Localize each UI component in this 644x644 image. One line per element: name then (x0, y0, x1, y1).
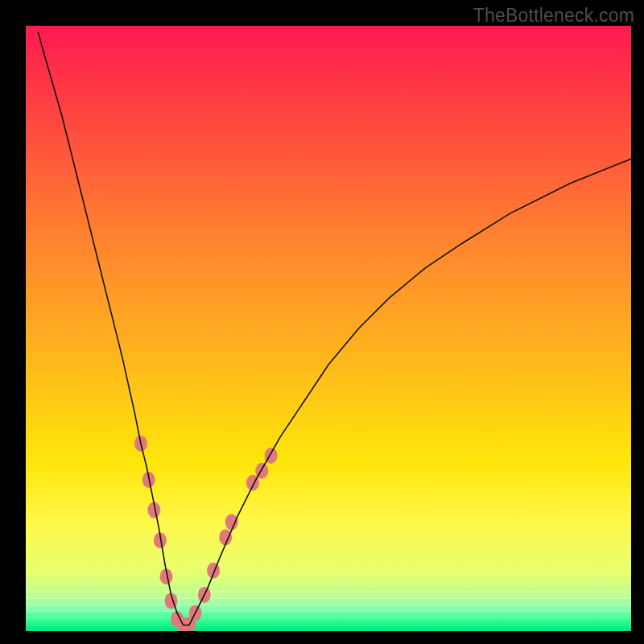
highlight-dot (225, 514, 238, 530)
chart-svg (26, 26, 631, 631)
plot-area (26, 26, 631, 631)
watermark-text: TheBottleneck.com (473, 5, 634, 27)
highlight-dot (207, 563, 220, 579)
chart-frame: TheBottleneck.com (0, 0, 644, 644)
dots-group (134, 436, 278, 631)
bottleneck-curve (38, 32, 631, 625)
